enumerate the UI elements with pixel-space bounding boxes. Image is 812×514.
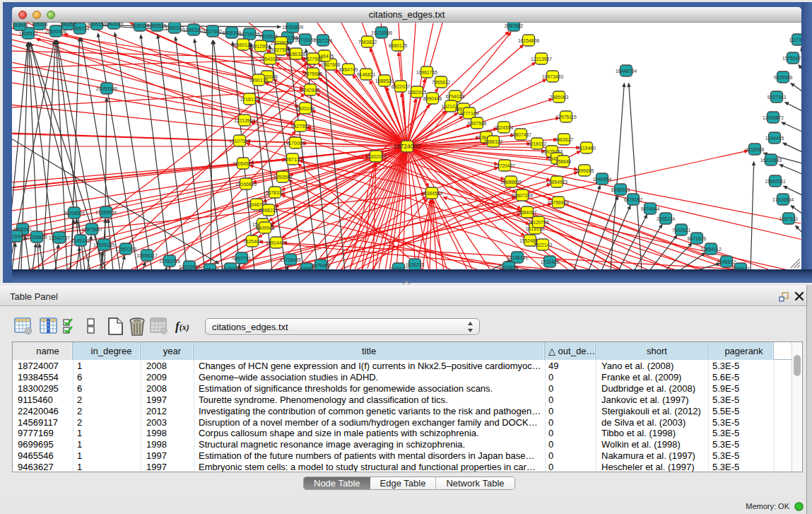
svg-text:16782759: 16782759: [159, 259, 180, 264]
svg-text:1353594: 1353594: [273, 175, 293, 180]
svg-text:2718176: 2718176: [240, 97, 259, 102]
svg-text:8409948: 8409948: [256, 226, 275, 230]
svg-text:9242848: 9242848: [301, 88, 320, 93]
svg-text:6497568: 6497568: [468, 121, 487, 126]
svg-text:1588520: 1588520: [375, 78, 394, 83]
svg-text:3912954: 3912954: [252, 44, 271, 49]
svg-text:16210643: 16210643: [760, 158, 782, 163]
svg-text:193505: 193505: [12, 23, 28, 28]
svg-text:1362615: 1362615: [408, 90, 427, 95]
svg-text:2522143: 2522143: [534, 243, 553, 247]
svg-text:3915495: 3915495: [12, 234, 25, 239]
svg-text:1766521: 1766521: [731, 267, 751, 270]
svg-text:10961755: 10961755: [416, 70, 437, 75]
svg-text:8079462: 8079462: [312, 263, 331, 268]
svg-text:9115460: 9115460: [577, 146, 596, 151]
svg-text:6322037: 6322037: [392, 84, 411, 89]
svg-text:1640954: 1640954: [593, 177, 612, 182]
svg-text:3215958: 3215958: [746, 147, 765, 152]
svg-text:10654112: 10654112: [700, 247, 722, 252]
svg-text:7955812: 7955812: [432, 80, 451, 85]
svg-text:10543362: 10543362: [259, 57, 281, 62]
svg-text:4170066: 4170066: [286, 141, 305, 146]
svg-text:19384554: 19384554: [421, 191, 442, 196]
svg-text:9084067: 9084067: [518, 210, 537, 215]
svg-text:16448784: 16448784: [616, 69, 637, 74]
svg-text:16654923: 16654923: [546, 180, 567, 185]
svg-text:1035446: 1035446: [201, 267, 220, 270]
svg-text:14136141: 14136141: [507, 255, 528, 260]
svg-text:3267130: 3267130: [283, 157, 302, 162]
svg-text:15716485: 15716485: [280, 257, 301, 262]
svg-text:5878332: 5878332: [266, 190, 285, 195]
svg-text:7663822: 7663822: [358, 40, 377, 45]
svg-text:12213963: 12213963: [234, 118, 255, 123]
svg-text:19054925: 19054925: [233, 161, 254, 166]
svg-text:5875685: 5875685: [304, 71, 323, 76]
svg-text:19756928: 19756928: [548, 200, 569, 205]
svg-text:9777169: 9777169: [460, 111, 479, 116]
svg-text:7632621: 7632621: [672, 228, 691, 233]
svg-text:15720407: 15720407: [494, 163, 515, 168]
svg-text:1965528: 1965528: [148, 23, 167, 28]
svg-text:9245612: 9245612: [717, 259, 736, 264]
svg-text:15692911: 15692911: [765, 179, 786, 184]
svg-text:25302005: 25302005: [365, 154, 387, 159]
svg-text:10688609: 10688609: [500, 180, 522, 185]
svg-text:12342737: 12342737: [49, 235, 70, 240]
svg-text:6479197: 6479197: [624, 197, 643, 202]
svg-text:196352: 196352: [60, 23, 76, 27]
svg-text:8471676: 8471676: [688, 236, 707, 241]
svg-text:12975115: 12975115: [555, 115, 577, 119]
svg-text:10807487: 10807487: [510, 132, 531, 137]
svg-text:3624554: 3624554: [495, 125, 514, 130]
svg-text:17016534: 17016534: [772, 197, 794, 202]
svg-text:7485063: 7485063: [550, 95, 569, 100]
svg-text:8660125: 8660125: [389, 43, 408, 48]
svg-text:1267531: 1267531: [779, 216, 799, 221]
svg-text:9146821: 9146821: [357, 72, 376, 77]
svg-text:9524855: 9524855: [500, 265, 519, 270]
svg-text:2867608: 2867608: [322, 62, 341, 67]
svg-text:10719155: 10719155: [239, 32, 260, 37]
svg-text:18807249: 18807249: [512, 193, 533, 198]
svg-text:1117358: 1117358: [789, 37, 801, 42]
svg-text:2935114: 2935114: [657, 216, 675, 221]
svg-text:8660124: 8660124: [234, 42, 253, 47]
svg-text:18724007: 18724007: [394, 143, 420, 150]
svg-text:6794028: 6794028: [446, 94, 465, 99]
svg-text:10973493: 10973493: [542, 74, 563, 79]
svg-text:16154808: 16154808: [518, 38, 539, 43]
svg-text:12505135: 12505135: [93, 243, 114, 247]
svg-text:9890176: 9890176: [249, 78, 269, 83]
svg-text:20206506: 20206506: [64, 211, 85, 216]
svg-text:12023446: 12023446: [179, 264, 200, 269]
svg-text:9457791: 9457791: [233, 256, 252, 261]
svg-text:19218586: 19218586: [371, 30, 392, 35]
svg-text:105324: 105324: [32, 23, 48, 27]
svg-text:17957253: 17957253: [115, 247, 136, 252]
svg-text:16914479: 16914479: [266, 240, 287, 245]
svg-text:10975887: 10975887: [81, 227, 102, 232]
svg-text:9474444: 9474444: [641, 206, 660, 211]
svg-text:11156829: 11156829: [26, 235, 47, 240]
svg-text:9329906: 9329906: [774, 75, 793, 80]
svg-text:10958117: 10958117: [136, 253, 158, 258]
svg-text:16120746: 16120746: [528, 220, 549, 225]
svg-text:16053809: 16053809: [282, 25, 303, 30]
svg-text:1733426: 1733426: [541, 259, 560, 264]
svg-text:758644: 758644: [555, 159, 572, 164]
svg-text:7357224: 7357224: [314, 38, 333, 43]
svg-text:10653267: 10653267: [183, 28, 204, 33]
svg-text:1963519: 1963519: [105, 23, 124, 26]
svg-text:8454749: 8454749: [339, 67, 358, 72]
svg-text:8427552: 8427552: [291, 124, 310, 129]
svg-text:9245011: 9245011: [221, 267, 240, 270]
svg-text:12093872: 12093872: [763, 115, 784, 120]
svg-text:1405572: 1405572: [19, 31, 38, 36]
svg-text:10107554: 10107554: [229, 139, 250, 144]
svg-text:1065332: 1065332: [165, 25, 184, 30]
svg-text:5498222: 5498222: [259, 208, 278, 213]
svg-text:6899695: 6899695: [575, 168, 594, 173]
svg-text:2803144: 2803144: [296, 106, 315, 111]
